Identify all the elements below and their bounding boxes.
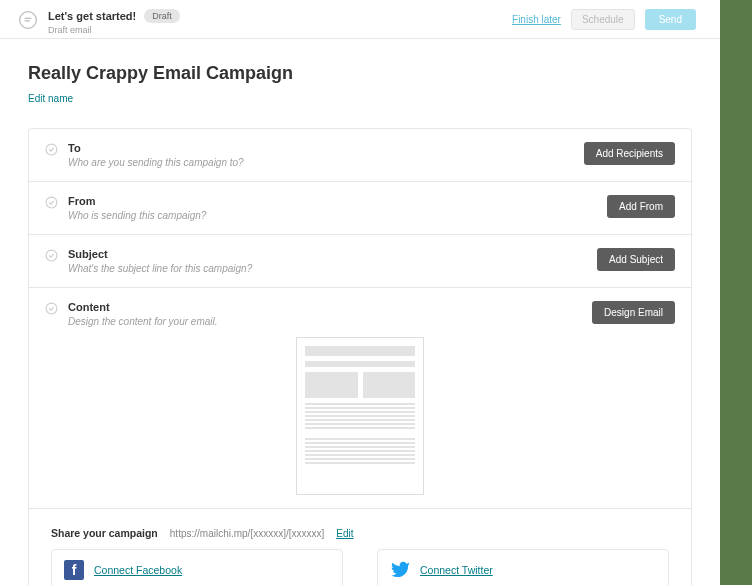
section-from-help: Who is sending this campaign?: [68, 210, 607, 221]
edit-name-link[interactable]: Edit name: [28, 93, 73, 104]
section-subject-title: Subject: [68, 248, 597, 260]
share-edit-link[interactable]: Edit: [336, 528, 353, 539]
svg-point-4: [46, 303, 57, 314]
email-preview-wrap: [45, 337, 675, 495]
check-icon: [45, 143, 58, 156]
connect-facebook-card[interactable]: f Connect Facebook: [51, 549, 343, 585]
header-subtitle: Draft email: [48, 25, 180, 35]
section-from: From Who is sending this campaign? Add F…: [29, 182, 691, 235]
finish-later-link[interactable]: Finish later: [512, 14, 561, 25]
twitter-icon: [390, 560, 410, 580]
section-content-help: Design the content for your email.: [68, 316, 592, 327]
header-left: Let's get started! Draft Draft email: [12, 9, 180, 35]
facebook-icon: f: [64, 560, 84, 580]
share-line: Share your campaign https://mailchi.mp/[…: [51, 527, 669, 539]
check-icon: [45, 302, 58, 315]
section-to-title: To: [68, 142, 584, 154]
campaign-title: Really Crappy Email Campaign: [28, 63, 692, 84]
check-icon: [45, 249, 58, 262]
svg-point-2: [46, 197, 57, 208]
send-button[interactable]: Send: [645, 9, 696, 30]
email-preview-placeholder[interactable]: [296, 337, 424, 495]
header-title: Let's get started!: [48, 10, 136, 22]
section-content-title: Content: [68, 301, 592, 313]
add-subject-button[interactable]: Add Subject: [597, 248, 675, 271]
content-area: Really Crappy Email Campaign Edit name T…: [0, 39, 720, 585]
add-recipients-button[interactable]: Add Recipients: [584, 142, 675, 165]
section-content: Content Design the content for your emai…: [29, 288, 691, 509]
schedule-button[interactable]: Schedule: [571, 9, 635, 30]
section-subject-help: What's the subject line for this campaig…: [68, 263, 597, 274]
check-icon: [45, 196, 58, 209]
svg-point-3: [46, 250, 57, 261]
connect-facebook-link: Connect Facebook: [94, 564, 182, 576]
section-to-help: Who are you sending this campaign to?: [68, 157, 584, 168]
design-email-button[interactable]: Design Email: [592, 301, 675, 324]
section-to: To Who are you sending this campaign to?…: [29, 129, 691, 182]
share-url: https://mailchi.mp/[xxxxxx]/[xxxxxx]: [170, 528, 324, 539]
share-label: Share your campaign: [51, 527, 158, 539]
add-from-button[interactable]: Add From: [607, 195, 675, 218]
share-area: Share your campaign https://mailchi.mp/[…: [29, 509, 691, 585]
draft-badge: Draft: [144, 9, 180, 23]
connect-twitter-card[interactable]: Connect Twitter: [377, 549, 669, 585]
section-from-title: From: [68, 195, 607, 207]
section-subject: Subject What's the subject line for this…: [29, 235, 691, 288]
sections-list: To Who are you sending this campaign to?…: [28, 128, 692, 585]
header-texts: Let's get started! Draft Draft email: [48, 9, 180, 35]
draft-icon: [18, 10, 38, 30]
connect-twitter-link: Connect Twitter: [420, 564, 493, 576]
social-row: f Connect Facebook Connect Twitter: [51, 549, 669, 585]
top-bar: Let's get started! Draft Draft email Fin…: [0, 0, 720, 39]
svg-point-1: [46, 144, 57, 155]
svg-point-0: [20, 12, 37, 29]
header-right: Finish later Schedule Send: [512, 9, 696, 30]
